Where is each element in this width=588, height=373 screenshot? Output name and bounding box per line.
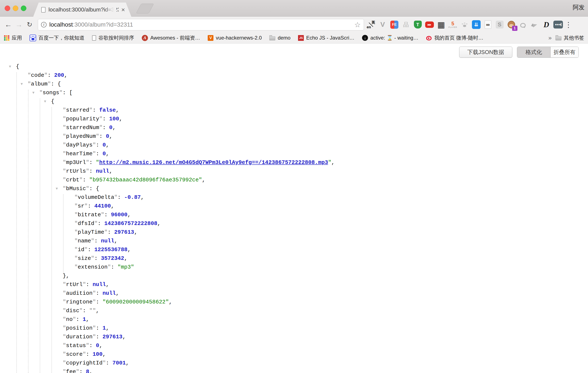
json-token: " <box>83 281 86 288</box>
collapse-blue-icon <box>472 20 481 29</box>
json-token: : <box>93 107 99 113</box>
json-token: : <box>103 116 109 122</box>
close-window-button[interactable] <box>5 6 10 11</box>
extension-button[interactable] <box>366 20 376 30</box>
extension-button[interactable]: 1 <box>506 20 516 30</box>
json-token: : <box>83 177 89 183</box>
bookmark-item[interactable]: 百度一下，你就知道 <box>30 34 84 41</box>
bookmark-item[interactable]: Echo JS - JavaScri… <box>298 35 354 41</box>
json-token: "600902000009458622" <box>103 299 169 305</box>
mp3-url-link[interactable]: http://m2.music.126.net/mO4G5dQ7WPm3Le0l… <box>99 159 328 166</box>
json-token: " <box>63 290 66 297</box>
json-token: extension <box>78 264 108 270</box>
tab-close-icon[interactable] <box>121 7 125 13</box>
bookmark-item[interactable]: vue-hackernews-2.0 <box>208 35 262 41</box>
json-token: , <box>127 212 131 218</box>
bookmark-label: 我的首页 微博-随时… <box>434 34 483 41</box>
json-token: 0 <box>109 124 113 131</box>
extension-button[interactable] <box>389 20 399 30</box>
json-token: : <box>96 142 103 148</box>
json-line: "hearTime": 0, <box>0 149 588 158</box>
json-token: : <box>99 133 106 139</box>
address-bar[interactable]: localhost :3000/album?id=32311 <box>38 19 364 30</box>
window-controls <box>5 6 26 11</box>
collapse-toggle-icon[interactable] <box>9 62 11 71</box>
bookmark-item[interactable]: 我的首页 微博-随时… <box>426 34 483 41</box>
json-line: "popularity": 100, <box>0 115 588 123</box>
extension-button[interactable] <box>541 20 551 30</box>
json-token: " <box>63 168 66 174</box>
json-token: " <box>101 212 104 218</box>
json-token: " <box>48 81 51 87</box>
collapse-toggle-icon[interactable] <box>32 88 34 97</box>
browser-tab[interactable]: localhost:3000/album?id=323 <box>33 2 131 17</box>
extension-button[interactable] <box>553 20 563 30</box>
json-token: , <box>141 194 144 201</box>
json-token: " <box>93 299 96 305</box>
collapse-toggle-icon[interactable] <box>21 80 23 88</box>
bookmarks-bar: 应用百度一下，你就知道谷歌按时间排序Awesomes - 前端资…vue-hac… <box>0 32 588 43</box>
fullscreen-window-button[interactable] <box>21 6 26 11</box>
json-token: no <box>66 316 73 323</box>
json-line: "audition": null, <box>0 289 588 298</box>
download-json-button[interactable]: 下载JSON数据 <box>459 47 512 58</box>
json-token: "" <box>89 308 96 314</box>
format-button[interactable]: 格式化 <box>517 47 551 57</box>
json-line: "copyrightId": 7001, <box>0 359 588 367</box>
extension-button[interactable] <box>413 20 423 30</box>
json-line: "score": 100, <box>0 350 588 359</box>
qr-code-icon <box>437 21 445 29</box>
site-info-icon[interactable] <box>41 22 47 27</box>
other-bookmarks-folder[interactable]: 其他书签 <box>556 34 584 41</box>
json-token: 297613 <box>103 334 122 340</box>
bookmark-item[interactable]: 谷歌按时间排序 <box>92 34 134 41</box>
reload-button[interactable] <box>24 19 35 30</box>
json-token: starred <box>66 107 89 113</box>
back-button[interactable] <box>3 19 14 30</box>
extension-badge: 1 <box>512 26 517 31</box>
minimize-window-button[interactable] <box>13 6 18 11</box>
download-circle-icon <box>362 35 368 41</box>
collapse-toggle-icon[interactable] <box>44 97 46 106</box>
extension-button[interactable] <box>518 20 528 30</box>
json-token: " <box>108 264 111 270</box>
extension-button[interactable] <box>483 20 493 30</box>
new-tab-button[interactable] <box>136 4 154 13</box>
json-token: " <box>63 107 66 113</box>
extension-button[interactable] <box>436 20 446 30</box>
bookmark-item[interactable]: 应用 <box>4 34 22 41</box>
extension-button[interactable] <box>425 20 434 30</box>
browser-menu-icon[interactable] <box>564 20 573 30</box>
json-token: : <box>106 360 113 366</box>
bookmark-star-icon[interactable] <box>354 21 361 28</box>
json-token: " <box>93 142 96 148</box>
json-token: 0 <box>106 133 109 139</box>
extension-button[interactable] <box>495 20 504 30</box>
extension-button[interactable] <box>530 20 540 30</box>
json-token: " <box>44 72 48 78</box>
extension-button[interactable] <box>471 20 481 30</box>
collapse-all-button[interactable]: 折叠所有 <box>551 47 578 57</box>
collapse-toggle-icon[interactable] <box>56 184 58 193</box>
bookmark-label: 其他书签 <box>564 34 584 41</box>
bookmark-item[interactable]: active: ⌛ - waiting… <box>362 35 418 41</box>
bookmark-label: Echo JS - JavaScri… <box>306 35 354 41</box>
extension-button[interactable] <box>378 20 388 30</box>
extension-button[interactable] <box>448 20 458 30</box>
json-token: "b957432baaac42d8096f76ae357992ce" <box>89 177 202 183</box>
profile-name[interactable]: 阿发 <box>573 3 585 11</box>
bookmark-item[interactable]: Awesomes - 前端资… <box>142 34 200 41</box>
folder-icon <box>269 36 275 40</box>
extension-button[interactable] <box>460 20 469 30</box>
json-token: " <box>63 133 66 139</box>
json-token: , <box>157 220 161 227</box>
bookmark-item[interactable]: demo <box>269 35 290 41</box>
json-token: duration <box>66 334 93 340</box>
json-token: -0.87 <box>124 194 141 201</box>
extension-button[interactable] <box>401 20 411 30</box>
json-token: " <box>91 255 94 262</box>
json-token: : <box>51 81 57 87</box>
json-token: : <box>94 255 101 262</box>
json-token: " <box>79 308 83 314</box>
bookmarks-overflow-icon[interactable] <box>548 34 552 41</box>
